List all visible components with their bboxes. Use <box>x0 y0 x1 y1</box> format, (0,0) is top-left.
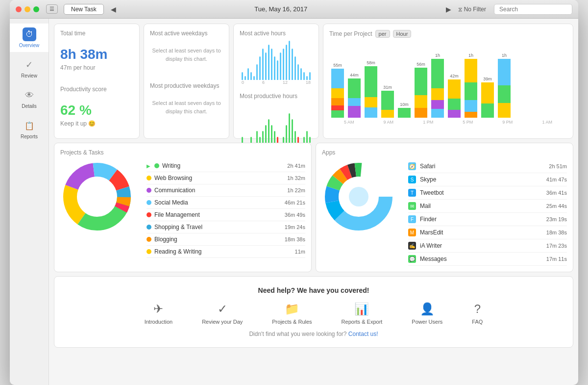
sidebar-item-overview[interactable]: ⏱ Overview <box>10 24 49 52</box>
minimize-button[interactable] <box>24 6 30 12</box>
legend-dot <box>147 188 151 193</box>
bar-segment <box>498 103 511 118</box>
apps-card: Apps <box>316 143 573 272</box>
hour-bar <box>277 60 278 80</box>
help-icon-item[interactable]: ✈Introduction <box>145 302 172 325</box>
bar-segment <box>498 59 511 85</box>
bar-segment <box>365 97 377 107</box>
close-button[interactable] <box>16 6 22 12</box>
total-time-per-hour: 47m per hour <box>60 64 133 71</box>
help-icon: ? <box>474 302 481 316</box>
chip-hour[interactable]: Hour <box>393 30 412 38</box>
app-icon: 🧭 <box>408 162 416 170</box>
legend-dot <box>147 200 151 205</box>
bar-stack <box>415 68 427 118</box>
bar-group: 58m <box>365 60 377 118</box>
chip-per[interactable]: per <box>375 30 390 38</box>
app-icon: T <box>408 189 416 197</box>
hour-bar <box>265 52 267 80</box>
total-time-title: Total time <box>60 30 133 37</box>
contact-link[interactable]: Contact us! <box>348 331 378 337</box>
productivity-score-title: Productivity score 62 % Keep it up 😊 <box>60 86 133 127</box>
bar-segment <box>465 82 477 100</box>
help-icon-item[interactable]: ?FAQ <box>472 302 483 325</box>
search-input[interactable] <box>494 4 572 15</box>
bar-segment <box>465 112 477 118</box>
hour-bar <box>271 49 272 80</box>
list-item: 💬Messages17m 11s <box>408 253 567 266</box>
help-icon-label: Power Users <box>412 319 442 325</box>
prod-hour-bar <box>274 131 275 143</box>
app-name: Skype <box>420 176 542 183</box>
list-item: Web Browsing1h 32m <box>147 172 305 184</box>
bar-stack <box>498 59 511 118</box>
projects-legend: ▶Writing2h 41mWeb Browsing1h 32mCommunic… <box>147 160 305 258</box>
legend-time: 1h 32m <box>287 175 305 181</box>
overview-label: Overview <box>19 43 40 48</box>
help-icon-item[interactable]: ✓Review your Day <box>202 302 243 325</box>
legend-dot <box>147 237 151 242</box>
bar-stack <box>398 108 411 118</box>
legend-time: 19m 24s <box>285 224 305 230</box>
hour-bar <box>256 64 258 80</box>
legend-time: 11m <box>295 249 305 255</box>
new-task-button[interactable]: New Task <box>64 4 104 15</box>
help-icon-item[interactable]: 📁Projects & Rules <box>272 302 312 325</box>
total-time-value: 8h 38m <box>60 47 133 62</box>
total-time-card: Total time 8h 38m 47m per hour Productiv… <box>54 24 140 139</box>
help-icon-item[interactable]: 📊Reports & Export <box>342 302 383 325</box>
app-name: MarsEdit <box>420 229 542 236</box>
sidebar-item-review[interactable]: ✓ Review <box>10 54 49 82</box>
maximize-button[interactable] <box>33 6 39 12</box>
prod-hour-bar <box>242 137 243 143</box>
list-item: ✍iA Writer17m 23s <box>408 239 567 253</box>
titlebar: ☰ New Task ◀ Tue, May 16, 2017 ▶ ⧖ No Fi… <box>10 0 578 19</box>
apps-title: Apps <box>322 149 567 156</box>
bar-stack <box>348 78 361 118</box>
list-item: Reading & Writing11m <box>147 246 305 258</box>
bar-label: 1h <box>468 53 473 58</box>
sidebar-toggle-button[interactable]: ☰ <box>46 4 58 14</box>
hour-bar <box>259 56 261 80</box>
apps-inner: 🧭Safari2h 51mSSkype41m 47sTTweetbot36m 4… <box>322 160 567 266</box>
app-name: Tweetbot <box>420 189 542 196</box>
hour-bar <box>294 56 296 80</box>
bar-segment <box>331 98 344 105</box>
bar-segment <box>365 66 377 97</box>
bar-segment <box>348 98 361 106</box>
hour-bar <box>242 72 243 80</box>
productivity-subtitle: Keep it up 😊 <box>60 120 133 127</box>
top-row: Total time 8h 38m 47m per hour Productiv… <box>54 24 573 139</box>
sidebar-item-details[interactable]: 👁 Details <box>10 84 49 113</box>
sidebar-item-reports[interactable]: 📋 Reports <box>10 115 49 143</box>
legend-name: Social Media <box>154 199 282 206</box>
hour-bar <box>268 45 270 80</box>
bar-group: 55m <box>331 63 344 118</box>
app-icon: 💬 <box>408 255 416 263</box>
app-time: 17m 23s <box>546 243 567 249</box>
most-active-hours-title: Most active hours <box>240 30 313 37</box>
most-productive-hours-section: Most productive hours 061218 <box>240 93 313 148</box>
bar-segment <box>431 109 444 118</box>
help-icon: 👤 <box>420 302 435 316</box>
details-icon: 👁 <box>23 88 36 102</box>
play-icon: ▶ <box>147 163 150 169</box>
bottom-row: Projects & Tasks <box>54 143 573 272</box>
prod-hour-bar <box>250 137 252 143</box>
hour-bar <box>283 49 284 80</box>
most-active-weekdays-card: Most active weekdays Select at least sev… <box>144 24 229 139</box>
filter-icon: ⧖ <box>458 6 462 13</box>
hour-bar <box>274 56 275 80</box>
bar-stack <box>381 91 394 118</box>
most-active-hours-chart <box>240 41 313 80</box>
next-date-button[interactable]: ▶ <box>443 5 454 13</box>
prev-date-button[interactable]: ◀ <box>108 5 119 13</box>
most-productive-hours-chart <box>240 103 313 143</box>
most-productive-weekdays-msg: Select at least seven days to display th… <box>150 99 223 115</box>
bar-segment <box>331 69 344 88</box>
help-icon-item[interactable]: 👤Power Users <box>412 302 442 325</box>
prod-hour-bar <box>297 137 299 143</box>
bar-group: 31m <box>381 85 394 118</box>
hour-bar <box>253 76 255 80</box>
legend-time: 36m 49s <box>285 212 305 218</box>
